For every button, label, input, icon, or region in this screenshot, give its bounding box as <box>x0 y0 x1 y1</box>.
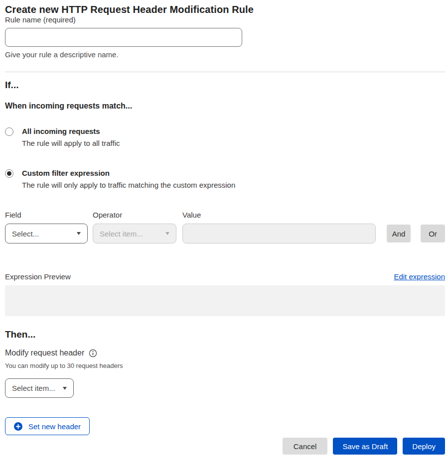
or-button[interactable]: Or <box>421 225 445 242</box>
operator-label: Operator <box>93 211 176 219</box>
header-action-select[interactable]: Select item... <box>5 378 74 398</box>
set-new-header-label: Set new header <box>28 422 81 431</box>
radio-button-all-incoming[interactable] <box>5 127 13 136</box>
create-rule-page: Create new HTTP Request Header Modificat… <box>0 0 448 455</box>
chevron-down-icon <box>165 232 169 235</box>
header-action-select-value: Select item... <box>12 384 55 392</box>
field-label: Field <box>5 211 88 219</box>
chevron-down-icon <box>77 232 81 235</box>
operator-select: Select item... <box>93 224 176 243</box>
match-subheading: When incoming requests match... <box>5 102 445 111</box>
radio-option-all-incoming[interactable]: All incoming requests The rule will appl… <box>5 127 445 147</box>
modify-header-helper: You can modify up to 30 request headers <box>5 362 445 369</box>
expression-preview-label: Expression Preview <box>5 272 71 281</box>
expression-preview-header: Expression Preview Edit expression <box>5 272 445 281</box>
edit-expression-link[interactable]: Edit expression <box>394 272 445 281</box>
footer-actions: Cancel Save as Draft Deploy <box>5 438 445 455</box>
radio-desc-custom-filter: The rule will only apply to traffic matc… <box>22 181 235 189</box>
info-icon[interactable] <box>89 349 97 357</box>
section-divider <box>5 72 445 72</box>
page-title: Create new HTTP Request Header Modificat… <box>5 4 445 15</box>
modify-request-header-label: Modify request header <box>5 349 84 357</box>
radio-label-custom-filter: Custom filter expression <box>22 169 235 178</box>
plus-circle-icon <box>14 422 22 431</box>
field-select[interactable]: Select... <box>5 224 88 243</box>
radio-option-custom-filter[interactable]: Custom filter expression The rule will o… <box>5 169 445 189</box>
expression-builder-row: Field Select... Operator Select item... … <box>5 211 445 243</box>
value-input <box>182 224 376 243</box>
radio-label-all-incoming: All incoming requests <box>22 127 120 136</box>
expression-preview-box <box>5 285 445 316</box>
and-button[interactable]: And <box>387 225 411 242</box>
radio-button-custom-filter[interactable] <box>5 169 13 178</box>
cancel-button[interactable]: Cancel <box>283 438 328 455</box>
chevron-down-icon <box>63 387 67 390</box>
rule-name-helper: Give your rule a descriptive name. <box>5 50 445 59</box>
radio-desc-all-incoming: The rule will apply to all traffic <box>22 139 120 147</box>
operator-select-value: Select item... <box>100 230 143 238</box>
rule-name-input[interactable] <box>5 28 242 47</box>
rule-name-label: Rule name (required) <box>5 15 76 24</box>
field-select-value: Select... <box>12 230 39 238</box>
if-heading: If... <box>5 80 445 91</box>
value-label: Value <box>182 211 376 219</box>
rule-name-group: Rule name (required) Give your rule a de… <box>5 15 445 59</box>
set-new-header-button[interactable]: Set new header <box>5 417 90 435</box>
deploy-button[interactable]: Deploy <box>403 438 445 455</box>
save-as-draft-button[interactable]: Save as Draft <box>333 438 397 455</box>
then-heading: Then... <box>5 329 445 340</box>
